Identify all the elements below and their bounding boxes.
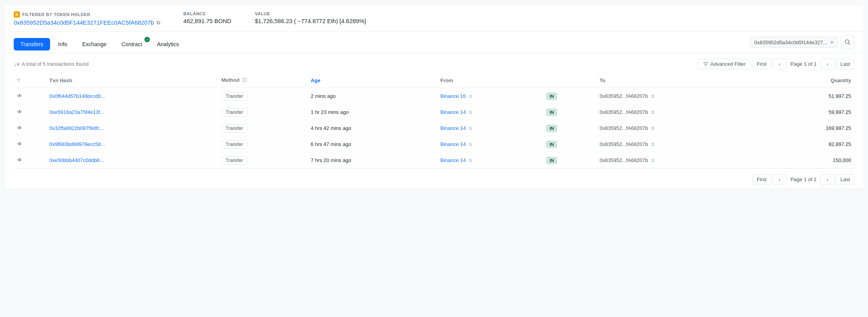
pagination-controls-top: Advanced Filter First ‹ Page 1 of 1 › La… xyxy=(698,59,854,69)
copy-address-icon[interactable]: ⧉ xyxy=(157,20,160,26)
prev-page-button-bottom[interactable]: ‹ xyxy=(773,174,787,185)
row-method: Transfer xyxy=(218,88,308,104)
first-page-button[interactable]: First xyxy=(753,59,771,69)
row-txn-hash: 0x0f644d57b146bccd0... xyxy=(46,88,218,104)
row-from: Binance 14 ⧉ xyxy=(437,136,543,152)
col-to: To xyxy=(596,73,766,88)
row-eye-col: 👁 xyxy=(14,88,46,104)
copy-from-icon[interactable]: ⧉ xyxy=(469,142,472,147)
table-row: 👁 0x32ffa8922b087f9dfc... Transfer 4 hrs… xyxy=(14,120,854,136)
search-button[interactable] xyxy=(841,36,854,49)
table-section: ↓≡ A total of 5 transactions found Advan… xyxy=(4,53,864,189)
first-page-button-bottom[interactable]: First xyxy=(753,174,771,185)
row-age: 6 hrs 47 mins ago xyxy=(308,136,437,152)
method-help-icon[interactable]: ⓘ xyxy=(242,77,247,83)
balance-col: BALANCE 462,891.75 BOND xyxy=(184,11,232,24)
filter-col: B FILTERED BY TOKEN HOLDER 0x835952D5a34… xyxy=(14,11,160,26)
from-link[interactable]: Binance 14 xyxy=(440,125,466,131)
copy-to-icon[interactable]: ⧉ xyxy=(651,94,655,99)
col-from: From xyxy=(437,73,543,88)
question-icon[interactable]: ? xyxy=(17,77,20,83)
tabs-section: TransfersInfoExchangeContract✓Analytics … xyxy=(4,32,864,53)
header-section: B FILTERED BY TOKEN HOLDER 0x835952D5a34… xyxy=(4,4,864,32)
copy-from-icon[interactable]: ⧉ xyxy=(469,110,472,115)
verified-badge: ✓ xyxy=(144,37,150,42)
copy-from-icon[interactable]: ⧉ xyxy=(469,126,472,131)
tab-info[interactable]: Info xyxy=(52,38,74,50)
filter-icon: B xyxy=(14,11,20,18)
method-badge: Transfer xyxy=(222,140,247,149)
tabs-left: TransfersInfoExchangeContract✓Analytics xyxy=(14,38,185,50)
tx-count-text: A total of 5 transactions found xyxy=(22,61,88,67)
row-to: 0x835952...fA68207b ⧉ xyxy=(596,120,766,136)
close-filter-icon[interactable]: × xyxy=(830,39,834,45)
row-to: 0x835952...fA68207b ⧉ xyxy=(596,104,766,120)
copy-from-icon[interactable]: ⧉ xyxy=(469,158,472,163)
transactions-table: ? Txn Hash Method ⓘ Age From To Quantity xyxy=(14,73,854,168)
row-from: Binance 14 ⧉ xyxy=(437,120,543,136)
method-badge: Transfer xyxy=(222,156,247,165)
address-filter-tag: 0x835952d5a34c0d5f144e327... × xyxy=(750,37,838,48)
tab-analytics[interactable]: Analytics xyxy=(150,38,185,50)
direction-badge: IN xyxy=(546,109,557,116)
row-method: Transfer xyxy=(218,120,308,136)
eye-icon[interactable]: 👁 xyxy=(17,109,22,115)
copy-to-icon[interactable]: ⧉ xyxy=(651,110,655,115)
direction-badge: IN xyxy=(546,93,557,100)
row-from: Binance 14 ⧉ xyxy=(437,104,543,120)
row-quantity: 169,997.25 xyxy=(766,120,854,136)
tab-transfers[interactable]: Transfers xyxy=(14,38,50,50)
eye-icon[interactable]: 👁 xyxy=(17,141,22,147)
tab-exchange[interactable]: Exchange xyxy=(76,38,113,50)
next-page-button-bottom[interactable]: › xyxy=(820,174,834,185)
copy-to-icon[interactable]: ⧉ xyxy=(651,142,655,147)
row-age: 1 hr 23 mins ago xyxy=(308,104,437,120)
from-link[interactable]: Binance 16 xyxy=(440,93,466,99)
eye-icon[interactable]: 👁 xyxy=(17,125,22,131)
pagination-controls-bottom: First ‹ Page 1 of 1 › Last xyxy=(14,168,854,189)
filter-icon xyxy=(703,61,708,67)
to-address: 0x835952...fA68207b xyxy=(600,109,648,115)
txn-hash-link[interactable]: 0x9f683bd99978ecc58... xyxy=(49,141,105,147)
eye-icon[interactable]: 👁 xyxy=(17,93,22,99)
table-row: 👁 0x0f644d57b146bccd0... Transfer 2 mins… xyxy=(14,88,854,104)
next-page-button[interactable]: › xyxy=(820,59,834,69)
txn-hash-link[interactable]: 0x32ffa8922b087f9dfc... xyxy=(49,125,104,131)
to-address: 0x835952...fA68207b xyxy=(600,125,648,131)
col-txn-hash: Txn Hash xyxy=(46,73,218,88)
txn-hash-link[interactable]: 0xe5918a23a75f4e13f... xyxy=(49,109,104,115)
advanced-filter-button[interactable]: Advanced Filter xyxy=(698,59,751,69)
row-to: 0x835952...fA68207b ⧉ xyxy=(596,152,766,168)
balance-label: BALANCE xyxy=(184,11,232,16)
from-link[interactable]: Binance 14 xyxy=(440,141,466,147)
row-eye-col: 👁 xyxy=(14,152,46,168)
address-link[interactable]: 0x835952D5a34c0d5F144E3271FEEc0AC5fA6820… xyxy=(14,19,154,26)
col-eye: ? xyxy=(14,73,46,88)
txn-hash-link[interactable]: 0xe50bbb4407c0ddb6... xyxy=(49,157,104,163)
from-link[interactable]: Binance 14 xyxy=(440,109,466,115)
to-address: 0x835952...fA68207b xyxy=(600,93,648,99)
copy-from-icon[interactable]: ⧉ xyxy=(469,94,472,99)
prev-page-button[interactable]: ‹ xyxy=(773,59,787,69)
last-page-button[interactable]: Last xyxy=(836,59,854,69)
row-from: Binance 16 ⧉ xyxy=(437,88,543,104)
row-eye-col: 👁 xyxy=(14,104,46,120)
row-direction: IN xyxy=(543,152,596,168)
row-quantity: 59,997.25 xyxy=(766,104,854,120)
row-quantity: 51,997.25 xyxy=(766,88,854,104)
last-page-button-bottom[interactable]: Last xyxy=(836,174,854,185)
row-direction: IN xyxy=(543,136,596,152)
txn-hash-link[interactable]: 0x0f644d57b146bccd0... xyxy=(49,93,105,99)
direction-badge: IN xyxy=(546,125,557,132)
copy-to-icon[interactable]: ⧉ xyxy=(651,126,655,131)
tab-contract[interactable]: Contract✓ xyxy=(115,38,149,50)
eye-icon[interactable]: 👁 xyxy=(17,157,22,163)
row-txn-hash: 0xe5918a23a75f4e13f... xyxy=(46,104,218,120)
table-header-row: ? Txn Hash Method ⓘ Age From To Quantity xyxy=(14,73,854,88)
method-badge: Transfer xyxy=(222,92,247,101)
row-eye-col: 👁 xyxy=(14,120,46,136)
filter-label: B FILTERED BY TOKEN HOLDER xyxy=(14,11,160,18)
copy-to-icon[interactable]: ⧉ xyxy=(651,158,655,163)
from-link[interactable]: Binance 14 xyxy=(440,157,466,163)
row-direction: IN xyxy=(543,104,596,120)
